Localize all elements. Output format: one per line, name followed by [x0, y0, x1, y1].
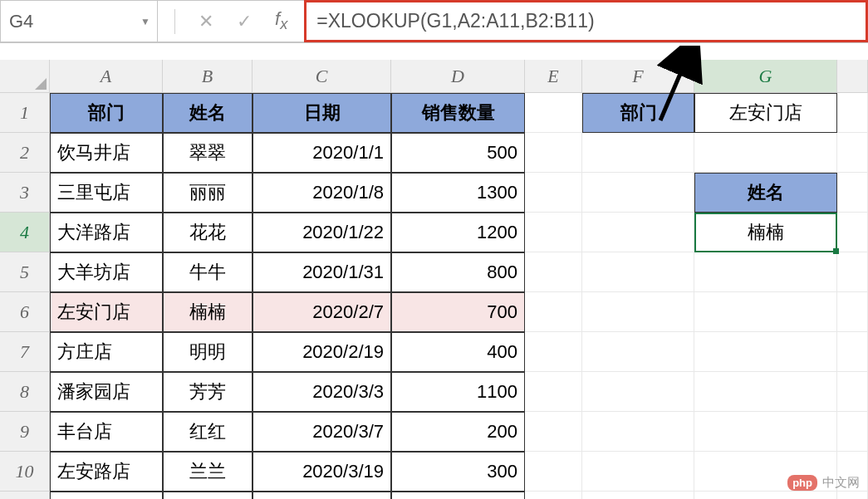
cell-B1[interactable]: 姓名: [163, 93, 253, 133]
cell-E7[interactable]: [525, 332, 582, 372]
cell-G2[interactable]: [694, 133, 837, 173]
cell-F10[interactable]: [582, 452, 694, 492]
cell-D7[interactable]: 400: [391, 332, 525, 372]
cell-D6[interactable]: 700: [391, 292, 525, 332]
cell-F11[interactable]: [582, 492, 694, 499]
cell-A7[interactable]: 方庄店: [50, 332, 163, 372]
cell-E11[interactable]: [525, 492, 582, 499]
column-header-D[interactable]: D: [391, 60, 525, 93]
cell-E5[interactable]: [525, 252, 582, 292]
cell-F2[interactable]: [582, 133, 694, 173]
cell-D4[interactable]: 1200: [391, 213, 525, 252]
cell-C5[interactable]: 2020/1/31: [253, 252, 391, 292]
cell-A6[interactable]: 左安门店: [50, 292, 163, 332]
select-all-corner[interactable]: [0, 60, 50, 93]
cell-E9[interactable]: [525, 412, 582, 452]
cell-B5[interactable]: 牛牛: [163, 252, 253, 292]
column-header-F[interactable]: F: [582, 60, 694, 93]
cell-G9[interactable]: [694, 412, 837, 452]
cell-B7[interactable]: 明明: [163, 332, 253, 372]
row-header-4[interactable]: 4: [0, 213, 50, 252]
column-header-B[interactable]: B: [163, 60, 253, 93]
cell-G5[interactable]: [694, 252, 837, 292]
column-header-G[interactable]: G: [694, 60, 837, 93]
row-header-6[interactable]: 6: [0, 292, 50, 332]
cell-E2[interactable]: [525, 133, 582, 173]
row-header-10[interactable]: 10: [0, 452, 50, 492]
row-header-3[interactable]: 3: [0, 173, 50, 213]
cell-E1[interactable]: [525, 93, 582, 133]
cell-F8[interactable]: [582, 372, 694, 412]
name-box-dropdown-icon[interactable]: ▼: [140, 16, 150, 27]
cell-C2[interactable]: 2020/1/1: [253, 133, 391, 173]
cell-G1[interactable]: 左安门店: [694, 93, 837, 133]
row-header-11[interactable]: 11: [0, 492, 50, 499]
cell-E10[interactable]: [525, 452, 582, 492]
cell-G4[interactable]: 楠楠: [694, 213, 837, 252]
cell-D1[interactable]: 销售数量: [391, 93, 525, 133]
cell-A10[interactable]: 左安路店: [50, 452, 163, 492]
cell-C1[interactable]: 日期: [253, 93, 391, 133]
row-header-7[interactable]: 7: [0, 332, 50, 372]
cell-F6[interactable]: [582, 292, 694, 332]
column-header-C[interactable]: C: [253, 60, 391, 93]
cell-C7[interactable]: 2020/2/19: [253, 332, 391, 372]
cell-E3[interactable]: [525, 173, 582, 213]
cell-C3[interactable]: 2020/1/8: [253, 173, 391, 213]
cell-F3[interactable]: [582, 173, 694, 213]
cell-G7[interactable]: [694, 332, 837, 372]
cell-A9[interactable]: 丰台店: [50, 412, 163, 452]
name-box[interactable]: G4 ▼: [0, 0, 158, 42]
cell-B9[interactable]: 红红: [163, 412, 253, 452]
cell-B6[interactable]: 楠楠: [163, 292, 253, 332]
fx-icon[interactable]: fx: [275, 8, 287, 33]
cell-C9[interactable]: 2020/3/7: [253, 412, 391, 452]
spreadsheet-grid[interactable]: ABCDEFG1部门姓名日期销售数量部门左安门店2饮马井店翠翠2020/1/15…: [0, 60, 868, 499]
row-header-9[interactable]: 9: [0, 412, 50, 452]
cell-C6[interactable]: 2020/2/7: [253, 292, 391, 332]
cell-E6[interactable]: [525, 292, 582, 332]
cell-D11[interactable]: 1000: [391, 492, 525, 499]
cell-A2[interactable]: 饮马井店: [50, 133, 163, 173]
cell-B4[interactable]: 花花: [163, 213, 253, 252]
cell-F7[interactable]: [582, 332, 694, 372]
cell-G8[interactable]: [694, 372, 837, 412]
cell-B3[interactable]: 丽丽: [163, 173, 253, 213]
cell-E8[interactable]: [525, 372, 582, 412]
cell-F9[interactable]: [582, 412, 694, 452]
cell-D3[interactable]: 1300: [391, 173, 525, 213]
cell-A11[interactable]: 周家庄店: [50, 492, 163, 499]
cell-G3[interactable]: 姓名: [694, 173, 837, 213]
cell-C10[interactable]: 2020/3/19: [253, 452, 391, 492]
cell-F4[interactable]: [582, 213, 694, 252]
enter-icon[interactable]: ✓: [237, 11, 252, 32]
cell-E4[interactable]: [525, 213, 582, 252]
cell-C8[interactable]: 2020/3/3: [253, 372, 391, 412]
cell-A3[interactable]: 三里屯店: [50, 173, 163, 213]
cell-G6[interactable]: [694, 292, 837, 332]
cell-A8[interactable]: 潘家园店: [50, 372, 163, 412]
cell-F1[interactable]: 部门: [582, 93, 694, 133]
cell-A5[interactable]: 大羊坊店: [50, 252, 163, 292]
row-header-5[interactable]: 5: [0, 252, 50, 292]
row-header-1[interactable]: 1: [0, 93, 50, 133]
cell-D5[interactable]: 800: [391, 252, 525, 292]
cell-C4[interactable]: 2020/1/22: [253, 213, 391, 252]
cell-D2[interactable]: 500: [391, 133, 525, 173]
cell-D8[interactable]: 1100: [391, 372, 525, 412]
column-header-A[interactable]: A: [50, 60, 163, 93]
cancel-icon[interactable]: ✕: [199, 11, 213, 32]
column-header-E[interactable]: E: [525, 60, 582, 93]
cell-D10[interactable]: 300: [391, 452, 525, 492]
row-header-2[interactable]: 2: [0, 133, 50, 173]
cell-A4[interactable]: 大洋路店: [50, 213, 163, 252]
cell-C11[interactable]: 2020/3/25: [253, 492, 391, 499]
cell-B11[interactable]: 丫丫: [163, 492, 253, 499]
formula-input[interactable]: =XLOOKUP(G1,A2:A11,B2:B11): [304, 0, 868, 42]
cell-D9[interactable]: 200: [391, 412, 525, 452]
cell-B2[interactable]: 翠翠: [163, 133, 253, 173]
cell-B8[interactable]: 芳芳: [163, 372, 253, 412]
cell-F5[interactable]: [582, 252, 694, 292]
cell-B10[interactable]: 兰兰: [163, 452, 253, 492]
row-header-8[interactable]: 8: [0, 372, 50, 412]
